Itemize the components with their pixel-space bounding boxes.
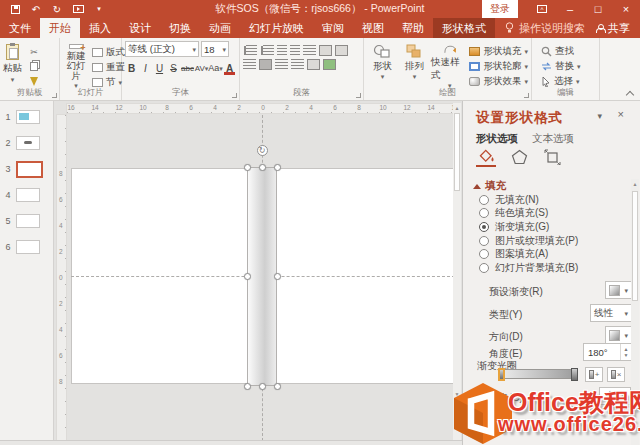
align-center-button[interactable]	[259, 59, 272, 70]
font-color-button[interactable]: A	[223, 61, 236, 75]
share-button[interactable]: 共享	[596, 18, 630, 38]
menu-tab-insert[interactable]: 插入	[80, 18, 120, 38]
menu-tab-view[interactable]: 视图	[353, 18, 393, 38]
copy-button[interactable]	[26, 60, 42, 73]
minimize-button[interactable]: –	[556, 0, 584, 18]
add-gradient-stop-button[interactable]: +	[585, 367, 603, 382]
justify-button[interactable]	[291, 59, 304, 70]
bold-button[interactable]: B	[125, 61, 138, 75]
underline-button[interactable]: U	[153, 61, 166, 75]
italic-button[interactable]: I	[139, 61, 152, 75]
numbering-button[interactable]	[263, 45, 274, 56]
drawing-dialog-launcher[interactable]	[524, 93, 529, 98]
shape-fill-button[interactable]: 形状填充▾	[469, 45, 528, 58]
arrange-button[interactable]: 排列 ▾	[399, 41, 430, 88]
resize-handle-bottom-left[interactable]	[244, 383, 251, 390]
shape-outline-button[interactable]: 形状轮廓▾	[469, 60, 528, 73]
resize-handle-bottom-center[interactable]	[259, 383, 266, 390]
remove-gradient-stop-button[interactable]: ×	[607, 367, 625, 382]
gradient-stop[interactable]	[571, 368, 578, 381]
next-slide-button[interactable]: ▼▼	[453, 419, 461, 427]
resize-handle-top-left[interactable]	[244, 164, 251, 171]
pane-scrollbar[interactable]: ▲	[631, 179, 639, 445]
menu-tab-animations[interactable]: 动画	[200, 18, 240, 38]
scrollbar-thumb[interactable]	[454, 113, 460, 191]
quick-styles-button[interactable]: 快速样式 ▾	[431, 41, 469, 88]
clipboard-dialog-launcher[interactable]	[52, 93, 57, 98]
resize-handle-top-right[interactable]	[274, 164, 281, 171]
align-left-button[interactable]	[243, 59, 256, 70]
effects-tab-button[interactable]	[509, 147, 529, 167]
direction-dropdown[interactable]: ▾	[605, 326, 632, 344]
slide-thumbnail-1[interactable]: 1	[0, 104, 53, 130]
fill-option-3[interactable]: 图片或纹理填充(P)	[479, 234, 626, 248]
change-case-button[interactable]: Aa▾	[209, 61, 222, 75]
canvas-vertical-scrollbar[interactable]: ▲ ▼ ▲▲ ▼▼	[453, 103, 461, 443]
paragraph-dialog-launcher[interactable]	[356, 93, 361, 98]
scroll-down-arrow[interactable]: ▼	[453, 389, 461, 399]
pane-close-button[interactable]: ×	[618, 108, 624, 120]
paste-button[interactable]: 粘贴 ▾	[3, 41, 22, 88]
line-spacing-button[interactable]	[303, 45, 316, 56]
clear-format-button[interactable]: abc	[181, 61, 194, 75]
tell-me-search[interactable]: 操作说明搜索	[495, 18, 585, 38]
pane-options-button[interactable]: ▾	[597, 111, 602, 121]
slide-thumbnail-4[interactable]: 4	[0, 182, 53, 208]
scrollbar-thumb[interactable]	[632, 191, 638, 301]
align-text-button[interactable]	[335, 45, 348, 56]
rotation-handle[interactable]: ↻	[257, 145, 268, 156]
fill-section-header[interactable]: 填充	[473, 179, 506, 193]
customize-qat-button[interactable]: ▾	[92, 3, 106, 15]
resize-handle-bottom-right[interactable]	[274, 383, 281, 390]
font-size-combo[interactable]: 18▾	[201, 41, 229, 57]
angle-spinbox[interactable]: 180° ▲▼	[583, 343, 632, 361]
character-spacing-button[interactable]: AV▾	[195, 61, 208, 75]
maximize-button[interactable]: □	[584, 0, 612, 18]
resize-handle-top-center[interactable]	[259, 164, 266, 171]
fill-option-2[interactable]: 渐变填充(G)	[479, 220, 626, 234]
tab-shape-options[interactable]: 形状选项	[476, 132, 518, 146]
undo-button[interactable]: ↶	[29, 3, 43, 15]
menu-tab-transitions[interactable]: 切换	[160, 18, 200, 38]
gradient-stop-selected[interactable]	[498, 368, 505, 381]
shapes-button[interactable]: 形状 ▾	[367, 41, 398, 88]
preset-gradients-dropdown[interactable]: ▾	[605, 281, 632, 299]
slide-thumbnail-2[interactable]: 2	[0, 130, 53, 156]
cut-button[interactable]: ✂	[26, 45, 42, 58]
start-slideshow-button[interactable]	[71, 3, 85, 15]
fill-line-tab-button[interactable]	[476, 147, 496, 167]
bullets-button[interactable]	[246, 45, 257, 56]
font-dialog-launcher[interactable]	[232, 93, 237, 98]
font-name-combo[interactable]: 等线 (正文)▾	[125, 41, 199, 57]
menu-tab-design[interactable]: 设计	[120, 18, 160, 38]
save-button[interactable]	[8, 3, 22, 15]
selected-rectangle-shape[interactable]	[247, 167, 277, 386]
sign-in-button[interactable]: 登录	[482, 0, 518, 18]
align-right-button[interactable]	[275, 59, 288, 70]
menu-tab-file[interactable]: 文件	[0, 18, 40, 38]
previous-slide-button[interactable]: ▲▲	[453, 403, 461, 411]
menu-tab-slideshow[interactable]: 幻灯片放映	[240, 18, 313, 38]
type-dropdown[interactable]: 线性▾	[590, 304, 632, 322]
text-direction-button[interactable]	[319, 45, 332, 56]
slide-editing-canvas[interactable]: 1614121086420246810121416 864202468 ↻ ▲ …	[54, 101, 462, 445]
fill-option-4[interactable]: 图案填充(A)	[479, 247, 626, 261]
close-button[interactable]: ×	[612, 0, 640, 18]
size-properties-tab-button[interactable]	[542, 147, 562, 167]
menu-tab-shape-format[interactable]: 形状格式	[433, 18, 495, 38]
slide-thumbnail-5[interactable]: 5	[0, 208, 53, 234]
fill-option-1[interactable]: 纯色填充(S)	[479, 207, 626, 221]
resize-handle-middle-right[interactable]	[274, 273, 281, 280]
new-slide-button[interactable]: 新建幻灯片 ▾	[63, 41, 89, 88]
scroll-up-arrow[interactable]: ▲	[631, 179, 639, 189]
menu-tab-help[interactable]: 帮助	[393, 18, 433, 38]
gradient-stops-slider[interactable]	[499, 369, 577, 379]
strikethrough-button[interactable]: S	[167, 61, 180, 75]
color-picker-button[interactable]: ▾	[599, 387, 631, 405]
tab-text-options[interactable]: 文本选项	[532, 132, 574, 146]
columns-button[interactable]	[307, 59, 320, 70]
scroll-up-arrow[interactable]: ▲	[453, 103, 461, 113]
decrease-indent-button[interactable]	[277, 45, 287, 56]
spinner-arrows-icon[interactable]: ▲▼	[620, 344, 631, 360]
replace-button[interactable]: 替换▾	[541, 60, 596, 73]
